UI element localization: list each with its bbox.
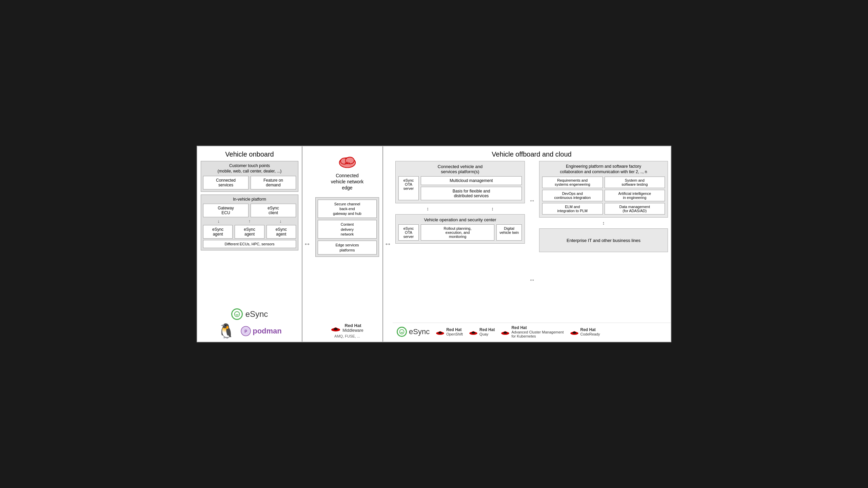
cvp-content: eSyncOTAserver Multicloud management Bas… xyxy=(398,176,522,200)
svg-point-11 xyxy=(438,332,442,333)
rh-hat-openshift xyxy=(436,328,445,335)
esync-client-box: eSyncclient xyxy=(251,204,296,217)
esync-text-onboard: eSync xyxy=(245,309,268,319)
vop-box: Vehicle operation and security center eS… xyxy=(395,214,525,244)
eng-cell-1: Requirements andsystems engeneering xyxy=(542,177,603,188)
rh-hat-quay xyxy=(469,328,478,335)
enterprise-text: Enterprise IT and other business lines xyxy=(567,238,640,243)
iv-agent-row: eSyncagent eSyncagent eSyncagent xyxy=(203,225,296,239)
page: Vehicle onboard Customer touch points(mo… xyxy=(0,0,868,488)
edge-content: </> Connectedvehicle networkedge Secure … xyxy=(312,146,382,342)
esync-icon-onboard xyxy=(231,308,243,320)
rh-openshift-logo: Red Hat OpenShift xyxy=(436,328,463,336)
rh-acm-logo: Red Hat Advanced Cluster Managementfor K… xyxy=(501,326,564,338)
cvp-box: Connected vehicle andservices platform(s… xyxy=(395,161,525,203)
edge-logos: Red Hat Middleware AMQ, FUSE, ... xyxy=(331,319,363,338)
rh-codeready-logo: Red Hat CodeReady xyxy=(570,328,600,336)
redhat-hat-icon xyxy=(331,324,340,332)
offboard-right-col: Engineering platform and software factor… xyxy=(539,161,668,320)
vop-esync-ota: eSyncOTAserver xyxy=(398,224,419,241)
in-vehicle-label: In-vehicle platform xyxy=(203,197,296,202)
ecus-sensors-box: Different ECUs, HPC, sensors xyxy=(203,240,296,248)
svg-point-0 xyxy=(234,312,239,317)
cvp-esync-ota: eSyncOTAserver xyxy=(398,176,419,200)
eng-cell-4: Artificial intelligencein engineering xyxy=(605,190,665,201)
basis-box: Basis for flexible anddistributed servic… xyxy=(421,187,522,200)
rh-openshift-text: Red Hat OpenShift xyxy=(446,328,463,336)
svg-point-9 xyxy=(399,330,404,334)
svg-text:P: P xyxy=(244,329,247,334)
digital-twin-box: Digitalvehicle twin xyxy=(496,224,522,241)
offboard-logos: eSync Red Hat OpenShift xyxy=(393,323,671,342)
vop-content: eSyncOTAserver Rollout planning,executio… xyxy=(398,224,522,241)
podman-text: podman xyxy=(253,327,282,336)
offboard-main: Connected vehicle andservices platform(s… xyxy=(393,161,671,323)
feature-on-demand-box: Feature ondemand xyxy=(251,176,296,189)
eng-cell-5: ELM andintegration to PLM xyxy=(542,203,603,215)
eng-box: Engineering platform and software factor… xyxy=(539,161,668,218)
cvp-right: Multicloud management Basis for flexible… xyxy=(421,176,522,200)
network-edge-section: </> Connectedvehicle networkedge Secure … xyxy=(312,146,383,342)
arrow-onboard-edge: ↔ xyxy=(302,146,312,342)
tux-icon: 🐧 xyxy=(217,324,235,338)
redhat-middleware-logo: Red Hat Middleware xyxy=(331,323,363,333)
svg-point-15 xyxy=(504,332,507,333)
vehicle-onboard-section: Vehicle onboard Customer touch points(mo… xyxy=(197,146,302,342)
onboard-logos: eSync 🐧 P xyxy=(201,304,298,338)
podman-icon: P xyxy=(240,326,251,337)
esync-text-offboard: eSync xyxy=(409,327,430,336)
gateway-ecu-box: GatewayECU xyxy=(203,204,249,217)
esync-agent-2: eSyncagent xyxy=(235,225,264,239)
touch-row: Connectedservices Feature ondemand xyxy=(203,176,296,189)
esync-logo-offboard: eSync xyxy=(397,327,430,337)
svg-text:</>: </> xyxy=(344,161,350,165)
eng-grid: Requirements andsystems engeneering Syst… xyxy=(542,177,665,215)
enterprise-box: Enterprise IT and other business lines xyxy=(539,228,668,252)
edge-title: Connectedvehicle networkedge xyxy=(331,172,364,191)
center-vert-arrows: ↕ ↕ xyxy=(395,206,525,211)
tux-podman-row: 🐧 P podman xyxy=(217,324,282,338)
edge-boxes: Secure channelback-endgateway and hub Co… xyxy=(315,197,379,257)
cloud-code-icon: </> xyxy=(338,153,357,168)
iv-top-row: GatewayECU eSyncclient xyxy=(203,204,296,217)
onboard-title: Vehicle onboard xyxy=(197,146,302,161)
rh-acm-text: Red Hat Advanced Cluster Managementfor K… xyxy=(511,326,564,338)
right-vert-arrow: ↕ xyxy=(539,220,668,226)
eng-cell-6: Data management(for ADAS/AD) xyxy=(605,203,665,215)
eng-cell-3: DevOps andcontinuous integration xyxy=(542,190,603,201)
rollout-box: Rollout planning,execution, andmonitorin… xyxy=(421,224,494,241)
diagram-body: Vehicle onboard Customer touch points(mo… xyxy=(197,146,671,342)
podman-logo: P podman xyxy=(240,326,282,337)
multicloud-box: Multicloud management xyxy=(421,176,522,185)
in-vehicle-box: In-vehicle platform GatewayECU eSyncclie… xyxy=(201,195,298,250)
esync-logo-onboard: eSync xyxy=(231,308,268,320)
offboard-center-col: Connected vehicle andservices platform(s… xyxy=(395,161,525,320)
diagram: Vehicle onboard Customer touch points(mo… xyxy=(197,146,671,342)
eng-cell-2: System andsoftware testing xyxy=(605,177,665,188)
esync-agent-3: eSyncagent xyxy=(267,225,296,239)
secure-channel-box: Secure channelback-endgateway and hub xyxy=(318,200,377,218)
cvp-title: Connected vehicle andservices platform(s… xyxy=(398,164,522,174)
rh-hat-acm xyxy=(501,328,510,335)
connected-services-box: Connectedservices xyxy=(203,176,249,189)
arrow-edge-offboard: ↔ xyxy=(383,146,393,342)
redhat-text-edge: Red Hat Middleware xyxy=(342,323,363,333)
onboard-content: Customer touch points(mobile, web, call … xyxy=(197,161,302,342)
edge-services-box: Edge servicesplatforms xyxy=(318,241,377,255)
vehicle-offboard-section: Vehicle offboard and cloud Connected veh… xyxy=(393,146,671,342)
svg-point-8 xyxy=(334,328,338,330)
esync-agent-1: eSyncagent xyxy=(203,225,233,239)
center-right-arrows: ↔ ↔ xyxy=(528,161,536,320)
rh-codeready-text: Red Hat CodeReady xyxy=(580,328,600,336)
customer-touchpoints-label: Customer touch points(mobile, web, call … xyxy=(203,163,296,174)
offboard-title: Vehicle offboard and cloud xyxy=(393,146,671,161)
customer-touchpoints-box: Customer touch points(mobile, web, call … xyxy=(201,161,298,192)
eng-title: Engineering platform and software factor… xyxy=(542,164,665,175)
rh-quay-text: Red Hat Quay xyxy=(479,328,495,336)
rh-quay-logo: Red Hat Quay xyxy=(469,328,495,336)
esync-icon-offboard xyxy=(397,327,407,337)
edge-cloud-icon: </> xyxy=(338,153,357,170)
iv-arrows: ↓↑↓ xyxy=(203,219,296,224)
amq-fuse-text: AMQ, FUSE, ... xyxy=(331,334,363,338)
content-delivery-box: Contentdeliverynetwork xyxy=(318,220,377,239)
